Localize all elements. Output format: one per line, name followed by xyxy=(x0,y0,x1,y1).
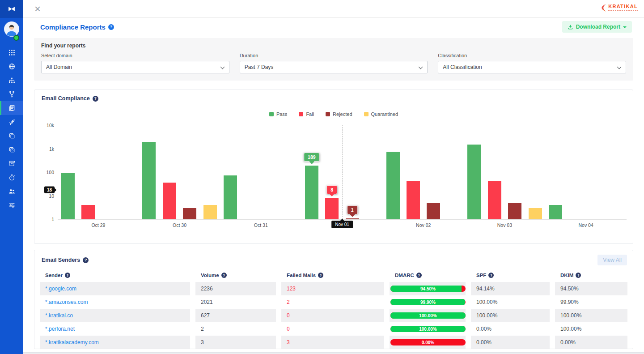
spf-cell: 0.00% xyxy=(471,336,550,349)
sidebar-item-copy-sync[interactable] xyxy=(0,143,23,157)
sidebar-item-sitemap[interactable] xyxy=(0,73,23,87)
legend-item-rejected[interactable]: Rejected xyxy=(326,111,352,117)
help-icon[interactable]: ? xyxy=(93,96,98,102)
column-header-spf[interactable]: SPF? xyxy=(471,269,550,282)
bar-rejected-nov01[interactable] xyxy=(346,218,359,219)
bar-fail-nov03[interactable] xyxy=(488,181,501,219)
sidebar-item-archive[interactable] xyxy=(0,157,23,171)
bar-fail-oct29[interactable] xyxy=(81,205,95,219)
classification-field: Classification All Classification xyxy=(438,53,626,73)
bar-quarantined-nov03[interactable] xyxy=(529,208,542,219)
legend-label: Fail xyxy=(306,111,314,117)
kratikal-logo: KRATIKAL xyxy=(602,4,638,14)
duration-select-value: Past 7 Days xyxy=(245,64,274,70)
view-all-button[interactable]: View All xyxy=(597,255,627,265)
column-header-dkim[interactable]: DKIM? xyxy=(555,269,627,282)
bar-pass-oct29[interactable] xyxy=(61,173,75,219)
sender-link[interactable]: *.amazonses.com xyxy=(45,299,88,305)
bar-rejected-nov03[interactable] xyxy=(508,203,521,219)
x-axis-label: Oct 31 xyxy=(254,222,268,228)
main-content: Compliance Reports ? Download Report Fin… xyxy=(23,21,644,354)
legend-item-fail[interactable]: Fail xyxy=(299,111,314,117)
legend-swatch xyxy=(299,112,303,116)
bar-fail-nov02[interactable] xyxy=(407,181,420,219)
column-label: Sender xyxy=(45,273,63,278)
sidebar xyxy=(0,0,23,354)
dmarc-percent: 100.00% xyxy=(390,312,466,319)
dkim-cell: 0.00% xyxy=(555,336,627,349)
sidebar-item-stopwatch[interactable] xyxy=(0,171,23,184)
sender-cell: *.perfora.net xyxy=(40,322,190,336)
sender-cell: *.kratikal.co xyxy=(40,309,190,322)
bar-pass-nov02[interactable] xyxy=(386,152,400,219)
legend-swatch xyxy=(269,112,274,116)
bar-rejected-nov02[interactable] xyxy=(427,203,440,219)
dmarc-percent: 99.90% xyxy=(390,299,466,305)
sidebar-item-sliders[interactable] xyxy=(0,198,23,212)
duration-field-label: Duration xyxy=(240,53,428,58)
sender-link[interactable]: *.kratikalacademy.com xyxy=(45,339,99,345)
help-icon[interactable]: ? xyxy=(318,273,323,278)
duration-select[interactable]: Past 7 Days xyxy=(240,61,428,73)
x-axis-hover-label: Nov 01 xyxy=(331,221,353,228)
sidebar-item-apps-grid[interactable] xyxy=(0,46,23,60)
help-icon[interactable]: ? xyxy=(416,273,422,278)
email-senders-card: Email Senders ? View All Sender?Volume?F… xyxy=(34,250,633,349)
bar-pass-nov03[interactable] xyxy=(467,145,481,219)
bar-rejected-oct30[interactable] xyxy=(183,208,196,219)
user-avatar[interactable] xyxy=(4,21,19,37)
bar-pass-oct31[interactable] xyxy=(224,175,237,219)
failed-mails-cell: 123 xyxy=(281,282,384,295)
bar-pass-nov04[interactable] xyxy=(549,205,562,219)
bar-fail-oct30[interactable] xyxy=(163,183,176,219)
column-header-sender[interactable]: Sender? xyxy=(40,269,190,282)
domain-select[interactable]: All Domain xyxy=(41,61,229,73)
classification-select[interactable]: All Classification xyxy=(438,61,626,73)
sidebar-item-globe[interactable] xyxy=(0,60,23,73)
dkim-cell: 100.00% xyxy=(555,322,627,336)
bar-fail-nov01[interactable] xyxy=(325,198,339,219)
legend-item-pass[interactable]: Pass xyxy=(269,111,287,117)
column-label: DKIM xyxy=(560,273,573,278)
failed-mails-cell: 0 xyxy=(281,309,384,322)
sidebar-item-copy[interactable] xyxy=(0,129,23,143)
download-report-button[interactable]: Download Report xyxy=(562,21,632,33)
bar-pass-nov01[interactable] xyxy=(305,166,318,219)
dmarc-progress-bar: 0.00% xyxy=(390,339,466,345)
sidebar-item-branch[interactable] xyxy=(0,87,23,101)
sender-link[interactable]: *.perfora.net xyxy=(45,326,75,332)
help-icon[interactable]: ? xyxy=(83,257,89,263)
sidebar-item-users[interactable] xyxy=(0,184,23,198)
sidebar-item-reports[interactable] xyxy=(0,101,23,115)
volume-cell: 627 xyxy=(195,309,276,322)
help-icon[interactable]: ? xyxy=(65,273,70,278)
column-label: Volume xyxy=(201,273,219,278)
column-header-failed-mails[interactable]: Failed Mails? xyxy=(281,269,384,282)
legend-item-quarantined[interactable]: Quarantined xyxy=(364,111,398,117)
help-icon[interactable]: ? xyxy=(108,24,114,30)
close-icon[interactable]: × xyxy=(34,4,41,13)
bar-quarantined-oct30[interactable] xyxy=(203,205,217,219)
dkim-cell: 100.00% xyxy=(555,309,627,322)
users-icon xyxy=(8,188,16,195)
bar-pass-oct30[interactable] xyxy=(142,142,156,219)
senders-table: Sender?Volume?Failed Mails?DMARC?SPF?DKI… xyxy=(34,269,633,349)
horizontal-scrollbar-track[interactable] xyxy=(23,352,644,354)
column-header-dmarc[interactable]: DMARC? xyxy=(390,269,466,282)
column-header-volume[interactable]: Volume? xyxy=(195,269,276,282)
sitemap-icon xyxy=(8,77,16,84)
column-label: Failed Mails xyxy=(287,273,316,278)
branch-icon xyxy=(8,90,16,98)
reports-icon xyxy=(8,104,16,112)
apps-grid-icon xyxy=(8,49,16,56)
senders-card-title: Email Senders xyxy=(42,257,80,263)
sender-link[interactable]: *.kratikal.co xyxy=(45,312,73,319)
help-icon[interactable]: ? xyxy=(576,273,581,278)
help-icon[interactable]: ? xyxy=(221,273,227,278)
spf-cell: 100.00% xyxy=(471,295,550,309)
help-icon[interactable]: ? xyxy=(488,273,494,278)
sender-link[interactable]: *.google.com xyxy=(45,286,76,292)
godmarc-logo-icon[interactable] xyxy=(0,0,23,18)
sidebar-item-rocket[interactable] xyxy=(0,115,23,129)
dkim-cell: 94.50% xyxy=(555,282,627,295)
